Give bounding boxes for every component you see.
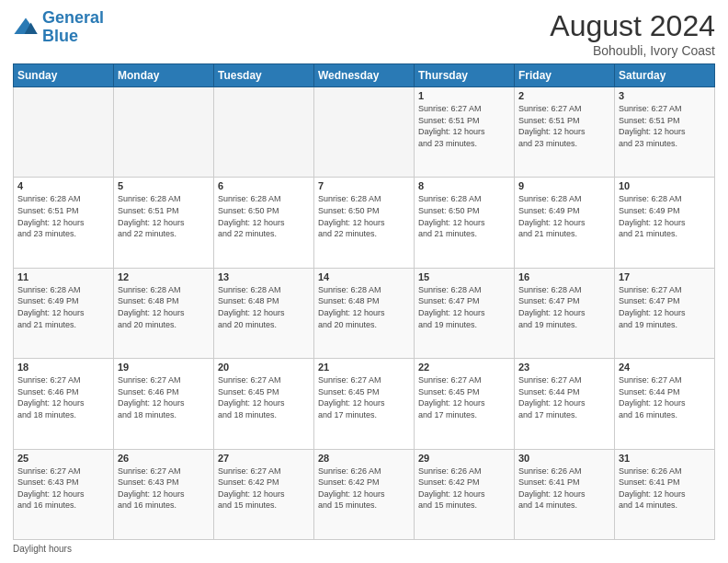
day-info: Sunrise: 6:27 AM Sunset: 6:43 PM Dayligh…	[118, 465, 210, 511]
day-info: Sunrise: 6:27 AM Sunset: 6:45 PM Dayligh…	[218, 374, 310, 420]
day-number: 11	[17, 271, 109, 282]
calendar-cell: 21Sunrise: 6:27 AM Sunset: 6:45 PM Dayli…	[314, 359, 415, 449]
day-info: Sunrise: 6:28 AM Sunset: 6:49 PM Dayligh…	[17, 284, 109, 330]
calendar-header-row: SundayMondayTuesdayWednesdayThursdayFrid…	[14, 64, 715, 87]
day-number: 24	[619, 362, 711, 373]
day-number: 5	[118, 180, 210, 191]
calendar-cell: 18Sunrise: 6:27 AM Sunset: 6:46 PM Dayli…	[14, 359, 114, 449]
calendar-week-row: 18Sunrise: 6:27 AM Sunset: 6:46 PM Dayli…	[14, 359, 715, 449]
day-info: Sunrise: 6:28 AM Sunset: 6:48 PM Dayligh…	[318, 284, 410, 330]
day-number: 10	[619, 180, 711, 191]
day-number: 22	[418, 362, 510, 373]
day-number: 26	[118, 453, 210, 464]
calendar-cell: 9Sunrise: 6:28 AM Sunset: 6:49 PM Daylig…	[515, 178, 615, 268]
subtitle: Bohoubli, Ivory Coast	[550, 43, 715, 58]
day-number: 13	[218, 271, 310, 282]
day-number: 4	[17, 180, 109, 191]
calendar-cell	[14, 87, 114, 178]
calendar-cell: 20Sunrise: 6:27 AM Sunset: 6:45 PM Dayli…	[214, 359, 314, 449]
page: General Blue August 2024 Bohoubli, Ivory…	[0, 0, 728, 563]
calendar-cell: 30Sunrise: 6:26 AM Sunset: 6:41 PM Dayli…	[515, 449, 615, 539]
day-info: Sunrise: 6:28 AM Sunset: 6:47 PM Dayligh…	[518, 284, 610, 330]
day-info: Sunrise: 6:28 AM Sunset: 6:48 PM Dayligh…	[218, 284, 310, 330]
day-info: Sunrise: 6:27 AM Sunset: 6:46 PM Dayligh…	[118, 374, 210, 420]
calendar-cell: 1Sunrise: 6:27 AM Sunset: 6:51 PM Daylig…	[415, 87, 515, 178]
logo-line1: General	[42, 8, 104, 27]
day-number: 6	[218, 180, 310, 191]
calendar-cell: 10Sunrise: 6:28 AM Sunset: 6:49 PM Dayli…	[615, 178, 715, 268]
day-info: Sunrise: 6:27 AM Sunset: 6:51 PM Dayligh…	[518, 103, 610, 149]
calendar-header-sunday: Sunday	[14, 64, 114, 87]
day-info: Sunrise: 6:28 AM Sunset: 6:50 PM Dayligh…	[418, 193, 510, 239]
calendar-header-wednesday: Wednesday	[314, 64, 415, 87]
calendar-cell: 26Sunrise: 6:27 AM Sunset: 6:43 PM Dayli…	[114, 449, 214, 539]
day-info: Sunrise: 6:27 AM Sunset: 6:46 PM Dayligh…	[17, 374, 109, 420]
day-number: 1	[418, 90, 510, 101]
logo-text: General Blue	[42, 9, 104, 46]
day-info: Sunrise: 6:28 AM Sunset: 6:50 PM Dayligh…	[218, 193, 310, 239]
calendar-cell: 27Sunrise: 6:27 AM Sunset: 6:42 PM Dayli…	[214, 449, 314, 539]
calendar-week-row: 25Sunrise: 6:27 AM Sunset: 6:43 PM Dayli…	[14, 449, 715, 539]
day-info: Sunrise: 6:27 AM Sunset: 6:51 PM Dayligh…	[619, 103, 711, 149]
header: General Blue August 2024 Bohoubli, Ivory…	[13, 9, 715, 58]
day-number: 27	[218, 453, 310, 464]
day-info: Sunrise: 6:28 AM Sunset: 6:47 PM Dayligh…	[418, 284, 510, 330]
day-info: Sunrise: 6:28 AM Sunset: 6:49 PM Dayligh…	[619, 193, 711, 239]
day-info: Sunrise: 6:28 AM Sunset: 6:49 PM Dayligh…	[518, 193, 610, 239]
day-info: Sunrise: 6:27 AM Sunset: 6:45 PM Dayligh…	[418, 374, 510, 420]
day-info: Sunrise: 6:27 AM Sunset: 6:44 PM Dayligh…	[518, 374, 610, 420]
calendar-cell: 14Sunrise: 6:28 AM Sunset: 6:48 PM Dayli…	[314, 268, 415, 358]
day-number: 15	[418, 271, 510, 282]
calendar-cell: 11Sunrise: 6:28 AM Sunset: 6:49 PM Dayli…	[14, 268, 114, 358]
calendar-header-friday: Friday	[515, 64, 615, 87]
day-info: Sunrise: 6:28 AM Sunset: 6:48 PM Dayligh…	[118, 284, 210, 330]
day-number: 20	[218, 362, 310, 373]
day-info: Sunrise: 6:27 AM Sunset: 6:43 PM Dayligh…	[17, 465, 109, 511]
calendar-cell: 13Sunrise: 6:28 AM Sunset: 6:48 PM Dayli…	[214, 268, 314, 358]
day-number: 31	[619, 453, 711, 464]
day-number: 28	[318, 453, 410, 464]
calendar-cell: 25Sunrise: 6:27 AM Sunset: 6:43 PM Dayli…	[14, 449, 114, 539]
day-info: Sunrise: 6:27 AM Sunset: 6:47 PM Dayligh…	[619, 284, 711, 330]
day-number: 7	[318, 180, 410, 191]
calendar-header-tuesday: Tuesday	[214, 64, 314, 87]
day-number: 17	[619, 271, 711, 282]
day-number: 18	[17, 362, 109, 373]
day-number: 2	[518, 90, 610, 101]
calendar-cell: 5Sunrise: 6:28 AM Sunset: 6:51 PM Daylig…	[114, 178, 214, 268]
day-number: 23	[518, 362, 610, 373]
calendar-cell	[314, 87, 415, 178]
calendar-cell: 19Sunrise: 6:27 AM Sunset: 6:46 PM Dayli…	[114, 359, 214, 449]
calendar-cell: 31Sunrise: 6:26 AM Sunset: 6:41 PM Dayli…	[615, 449, 715, 539]
day-number: 19	[118, 362, 210, 373]
day-number: 14	[318, 271, 410, 282]
calendar-cell: 2Sunrise: 6:27 AM Sunset: 6:51 PM Daylig…	[515, 87, 615, 178]
calendar-cell: 15Sunrise: 6:28 AM Sunset: 6:47 PM Dayli…	[415, 268, 515, 358]
calendar-cell: 29Sunrise: 6:26 AM Sunset: 6:42 PM Dayli…	[415, 449, 515, 539]
day-number: 29	[418, 453, 510, 464]
daylight-hours-label: Daylight hours	[13, 544, 72, 554]
logo-icon	[13, 15, 39, 40]
calendar-header-monday: Monday	[114, 64, 214, 87]
day-number: 16	[518, 271, 610, 282]
day-info: Sunrise: 6:27 AM Sunset: 6:44 PM Dayligh…	[619, 374, 711, 420]
calendar-week-row: 1Sunrise: 6:27 AM Sunset: 6:51 PM Daylig…	[14, 87, 715, 178]
calendar-cell: 7Sunrise: 6:28 AM Sunset: 6:50 PM Daylig…	[314, 178, 415, 268]
day-info: Sunrise: 6:26 AM Sunset: 6:41 PM Dayligh…	[518, 465, 610, 511]
calendar-cell: 4Sunrise: 6:28 AM Sunset: 6:51 PM Daylig…	[14, 178, 114, 268]
day-info: Sunrise: 6:26 AM Sunset: 6:42 PM Dayligh…	[318, 465, 410, 511]
calendar-cell: 6Sunrise: 6:28 AM Sunset: 6:50 PM Daylig…	[214, 178, 314, 268]
calendar-cell: 8Sunrise: 6:28 AM Sunset: 6:50 PM Daylig…	[415, 178, 515, 268]
day-info: Sunrise: 6:28 AM Sunset: 6:50 PM Dayligh…	[318, 193, 410, 239]
calendar-table: SundayMondayTuesdayWednesdayThursdayFrid…	[13, 63, 715, 540]
calendar-week-row: 4Sunrise: 6:28 AM Sunset: 6:51 PM Daylig…	[14, 178, 715, 268]
day-number: 9	[518, 180, 610, 191]
day-number: 25	[17, 453, 109, 464]
day-info: Sunrise: 6:26 AM Sunset: 6:42 PM Dayligh…	[418, 465, 510, 511]
calendar-cell: 17Sunrise: 6:27 AM Sunset: 6:47 PM Dayli…	[615, 268, 715, 358]
day-info: Sunrise: 6:28 AM Sunset: 6:51 PM Dayligh…	[118, 193, 210, 239]
calendar-cell: 16Sunrise: 6:28 AM Sunset: 6:47 PM Dayli…	[515, 268, 615, 358]
title-block: August 2024 Bohoubli, Ivory Coast	[550, 9, 715, 58]
calendar-cell: 23Sunrise: 6:27 AM Sunset: 6:44 PM Dayli…	[515, 359, 615, 449]
day-number: 3	[619, 90, 711, 101]
